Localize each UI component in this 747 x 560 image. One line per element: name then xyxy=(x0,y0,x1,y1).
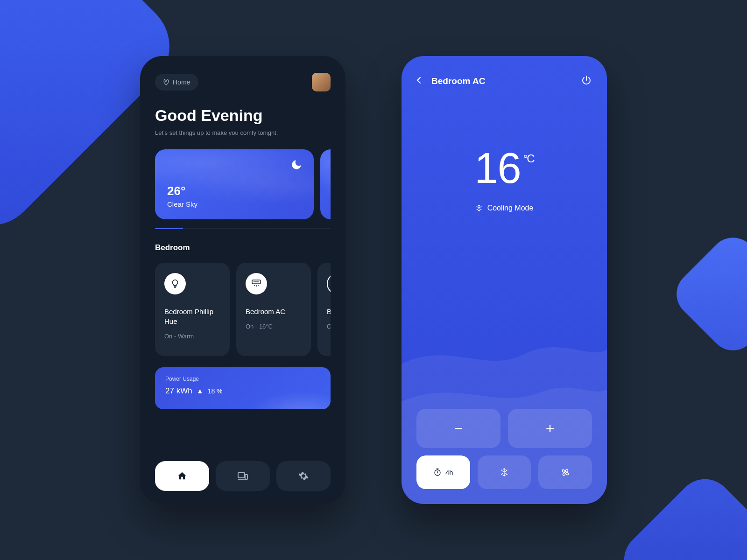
page-indicator xyxy=(155,228,331,229)
power-icon xyxy=(581,75,592,86)
svg-rect-2 xyxy=(238,473,245,478)
bg-decoration xyxy=(667,228,747,360)
gear-icon xyxy=(298,471,309,481)
cooling-mode-button[interactable] xyxy=(478,455,531,489)
svg-rect-3 xyxy=(245,475,247,479)
ac-temperature-display: 16 °C xyxy=(474,144,534,193)
ac-temp-value: 16 xyxy=(474,144,520,193)
weather-temp: 26° xyxy=(167,184,302,198)
location-label: Home xyxy=(173,78,190,86)
chevron-left-icon xyxy=(416,77,421,84)
nav-home-button[interactable] xyxy=(155,461,209,491)
device-status: On - 16°C xyxy=(246,323,302,330)
bg-decoration xyxy=(613,468,747,560)
trend-up-icon: ▴ xyxy=(198,386,202,396)
power-usage-card[interactable]: Power Usage 27 kWh ▴ 18 % xyxy=(155,367,331,409)
power-toggle-button[interactable] xyxy=(581,75,592,88)
dashboard-screen: Home Good Evening Let's set things up to… xyxy=(140,56,345,504)
plus-icon: + xyxy=(546,420,555,437)
nav-settings-button[interactable] xyxy=(276,461,331,491)
ac-mode-label: Cooling Mode xyxy=(487,204,534,212)
snowflake-icon xyxy=(475,204,483,212)
device-card-peek[interactable]: Bedroom Lamp Off xyxy=(317,263,331,356)
svg-point-0 xyxy=(166,81,167,82)
device-name: Bedroom AC xyxy=(246,307,302,316)
snowflake-icon xyxy=(500,468,509,477)
location-pin-icon xyxy=(163,79,169,85)
weather-condition: Clear Sky xyxy=(167,200,302,208)
nav-devices-button[interactable] xyxy=(216,461,270,491)
weather-card-next[interactable] xyxy=(320,149,331,219)
fan-mode-button[interactable] xyxy=(538,455,592,489)
temp-increase-button[interactable]: + xyxy=(508,409,592,448)
device-card-light[interactable]: Bedroom Phillip Hue On - Warm xyxy=(155,263,230,356)
ac-screen-title: Bedroom AC xyxy=(431,76,485,86)
device-icon xyxy=(327,273,331,294)
ac-temp-unit: °C xyxy=(523,152,534,165)
timer-label: 4h xyxy=(445,469,453,476)
device-status: Off xyxy=(327,323,331,330)
greeting-title: Good Evening xyxy=(155,106,331,125)
lightbulb-icon xyxy=(164,273,186,294)
fan-icon xyxy=(560,467,571,477)
location-selector[interactable]: Home xyxy=(155,74,198,91)
power-value: 27 kWh xyxy=(165,386,192,396)
svg-point-5 xyxy=(564,471,566,473)
weather-card[interactable]: 26° Clear Sky xyxy=(155,149,314,219)
minus-icon: − xyxy=(454,420,463,437)
moon-icon xyxy=(290,159,303,171)
power-label: Power Usage xyxy=(165,376,320,382)
device-status: On - Warm xyxy=(164,333,220,340)
device-card-ac[interactable]: Bedroom AC On - 16°C xyxy=(236,263,311,356)
timer-icon xyxy=(433,468,442,476)
home-icon xyxy=(177,471,187,481)
ac-control-screen: Bedroom AC 16 °C Cooling Mode − + xyxy=(402,56,607,504)
power-trend: 18 % xyxy=(208,387,223,395)
temp-decrease-button[interactable]: − xyxy=(416,409,500,448)
avatar[interactable] xyxy=(312,73,331,91)
device-name: Bedroom Lamp xyxy=(327,307,331,316)
devices-icon xyxy=(237,471,248,481)
ac-unit-icon xyxy=(246,273,267,294)
timer-mode-button[interactable]: 4h xyxy=(416,455,470,489)
room-section-title: Bedroom xyxy=(155,243,331,252)
greeting-subtitle: Let's set things up to make you comfy to… xyxy=(155,129,331,136)
device-name: Bedroom Phillip Hue xyxy=(164,307,220,326)
back-button[interactable] xyxy=(416,77,421,86)
